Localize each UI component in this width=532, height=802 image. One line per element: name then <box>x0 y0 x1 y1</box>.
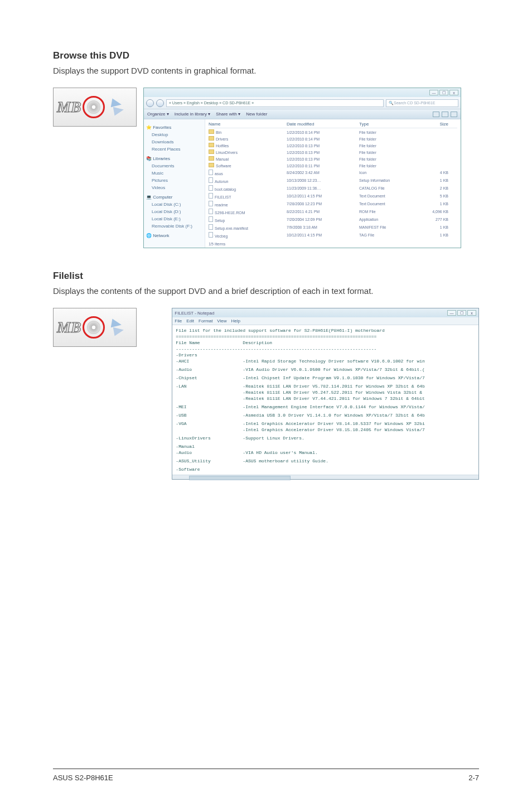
sidebar-libraries[interactable]: 📚 Libraries <box>146 155 202 162</box>
close-icon[interactable]: x <box>467 310 476 316</box>
list-item: -Chipset-Intel Chipset Inf Update Progra… <box>176 375 475 381</box>
file-icon <box>209 185 213 191</box>
share-with-button[interactable]: Share with ▾ <box>216 112 240 117</box>
table-row[interactable]: asus8/24/2002 3:42 AMIcon4 KB <box>209 170 457 177</box>
sidebar-music[interactable]: Music <box>152 170 202 177</box>
notepad-menubar: File Edit Format View Help <box>172 317 478 325</box>
col-date[interactable]: Date modified <box>287 122 359 127</box>
browse-dvd-heading: Browse this DVD <box>53 50 479 61</box>
menu-help[interactable]: Help <box>231 318 240 323</box>
file-icon <box>209 201 213 206</box>
browse-dvd-screenshot-row: MB — ▢ x « Users » English » Desktop » C… <box>53 88 479 248</box>
red-circle-icon <box>83 316 105 339</box>
folder-icon <box>209 129 214 134</box>
table-row[interactable]: S298-H61E.ROM8/22/2011 4:21 PMROM File4,… <box>209 209 457 216</box>
list-item: -Intel Graphics Accelerator Driver V8.15… <box>176 427 475 433</box>
explorer-sidebar: ⭐ Favorites Desktop Downloads Recent Pla… <box>144 119 205 248</box>
view-icon[interactable] <box>433 112 439 117</box>
sidebar-documents[interactable]: Documents <box>152 162 202 170</box>
table-row[interactable]: Setup7/20/2004 12:09 PMApplication277 KB <box>209 216 457 224</box>
footer-right: 2-7 <box>468 774 479 782</box>
organize-button[interactable]: Organize ▾ <box>147 112 169 117</box>
sidebar-disk-e[interactable]: Local Disk (E:) <box>152 215 202 223</box>
page-footer: ASUS S2-P8H61E 2-7 <box>53 769 479 782</box>
dvd-logo-tile: MB <box>53 88 137 127</box>
file-icon <box>209 193 213 199</box>
forward-icon[interactable] <box>156 99 164 107</box>
sidebar-recent[interactable]: Recent Places <box>152 146 202 153</box>
close-icon[interactable]: x <box>449 90 458 95</box>
folder-icon <box>209 149 214 154</box>
sidebar-desktop[interactable]: Desktop <box>152 131 202 138</box>
col-filename: File Name <box>176 340 243 346</box>
minimize-icon[interactable]: — <box>429 90 438 95</box>
explorer-file-list: Name Date modified Type Size Bin1/22/201… <box>205 119 461 248</box>
sidebar-disk-c[interactable]: Local Disk (C:) <box>152 201 202 208</box>
table-row[interactable]: Drivers1/22/2010 8:14 PMFile folder <box>209 136 457 143</box>
table-row[interactable]: boot.catalog11/23/2009 11:36…CATALOG Fil… <box>209 185 457 193</box>
sidebar-favorites[interactable]: ⭐ Favorites <box>146 124 202 131</box>
folder-icon <box>209 143 214 147</box>
menu-file[interactable]: File <box>175 318 182 323</box>
filelist-desc: Displays the contents of the support DVD… <box>53 286 479 296</box>
scrollbar-horizontal[interactable] <box>172 475 478 479</box>
sidebar-downloads[interactable]: Downloads <box>152 138 202 146</box>
include-library-button[interactable]: Include in library ▾ <box>175 112 210 117</box>
list-item: -Audio-VIA HD Audio user's Manual. <box>176 450 475 456</box>
col-name[interactable]: Name <box>209 122 287 127</box>
table-row[interactable]: Software1/22/2010 8:11 PMFile folder <box>209 163 457 170</box>
table-row[interactable]: LinuxDrivers1/22/2010 8:13 PMFile folder <box>209 149 457 156</box>
maximize-icon[interactable]: ▢ <box>457 310 466 316</box>
table-row[interactable]: Manual1/22/2010 8:13 PMFile folder <box>209 156 457 163</box>
notepad-title: FILELIST - Notepad <box>175 311 214 316</box>
back-icon[interactable] <box>146 99 154 107</box>
explorer-toolbar: Organize ▾ Include in library ▾ Share wi… <box>144 109 461 119</box>
list-item: -Manual <box>176 443 475 450</box>
address-box[interactable]: « Users » English » Desktop » CD SD-P8H6… <box>166 99 384 107</box>
filelist-heading: Filelist <box>53 270 479 282</box>
menu-edit[interactable]: Edit <box>186 318 194 323</box>
sidebar-videos[interactable]: Videos <box>152 184 202 191</box>
list-item: -USB-Asmedia USB 3.0 Driver V1.14.1.0 fo… <box>176 412 475 418</box>
minimize-icon[interactable]: — <box>447 310 456 316</box>
maximize-icon[interactable]: ▢ <box>439 90 448 95</box>
search-input[interactable]: 🔍 Search CD SD-P8H61E <box>386 99 458 107</box>
browse-dvd-desc: Displays the support DVD contents in gra… <box>53 66 479 75</box>
sidebar-removable[interactable]: Removable Disk (F:) <box>152 223 202 230</box>
table-row[interactable]: Hotfiles1/22/2010 8:13 PMFile folder <box>209 143 457 149</box>
table-row[interactable]: Autorun10/13/2008 12:23…Setup Informatio… <box>209 177 457 185</box>
menu-format[interactable]: Format <box>199 318 212 323</box>
dvd-logo-tile: MB <box>53 308 137 347</box>
table-row[interactable]: Setup.exe.manifest7/9/2008 3:18 AMMANIFE… <box>209 224 457 232</box>
sidebar-pictures[interactable]: Pictures <box>152 177 202 184</box>
file-icon <box>209 216 213 222</box>
arrow-icon <box>108 315 133 340</box>
table-row[interactable]: Vecbeg10/12/2011 4:15 PMTAG File1 KB <box>209 232 457 240</box>
notepad-body[interactable]: File list for the included support softw… <box>172 325 478 475</box>
red-circle-icon <box>83 96 105 118</box>
file-icon <box>209 177 213 183</box>
folder-icon <box>209 163 214 167</box>
sidebar-computer[interactable]: 💻 Computer <box>146 194 202 201</box>
col-size[interactable]: Size <box>420 122 448 127</box>
col-description: Description <box>243 340 475 346</box>
col-type[interactable]: Type <box>359 122 420 127</box>
sidebar-disk-d[interactable]: Local Disk (D:) <box>152 208 202 215</box>
file-icon <box>209 209 213 214</box>
filelist-header-line: File list for the included support softw… <box>176 327 475 334</box>
preview-pane-icon[interactable] <box>442 112 448 117</box>
file-icon <box>209 170 213 175</box>
table-row[interactable]: readme7/28/2008 12:23 PMText Document1 K… <box>209 201 457 209</box>
filelist-screenshot-row: MB FILELIST - Notepad — ▢ x File <box>53 308 479 480</box>
statusbar-count: 15 items <box>209 241 225 247</box>
sidebar-network[interactable]: 🌐 Network <box>146 232 202 239</box>
mb-logo: MB <box>57 318 81 336</box>
list-header: Name Date modified Type Size <box>209 122 457 128</box>
new-folder-button[interactable]: New folder <box>246 112 267 117</box>
table-row[interactable]: Bin1/22/2010 8:14 PMFile folder <box>209 129 457 136</box>
help-icon[interactable] <box>451 112 457 117</box>
menu-view[interactable]: View <box>217 318 226 323</box>
arrow-icon <box>108 95 133 119</box>
list-item: -ASUS_Utility-ASUS motherboard utility G… <box>176 458 475 464</box>
table-row[interactable]: FILELIST10/12/2011 4:15 PMText Document5… <box>209 193 457 201</box>
